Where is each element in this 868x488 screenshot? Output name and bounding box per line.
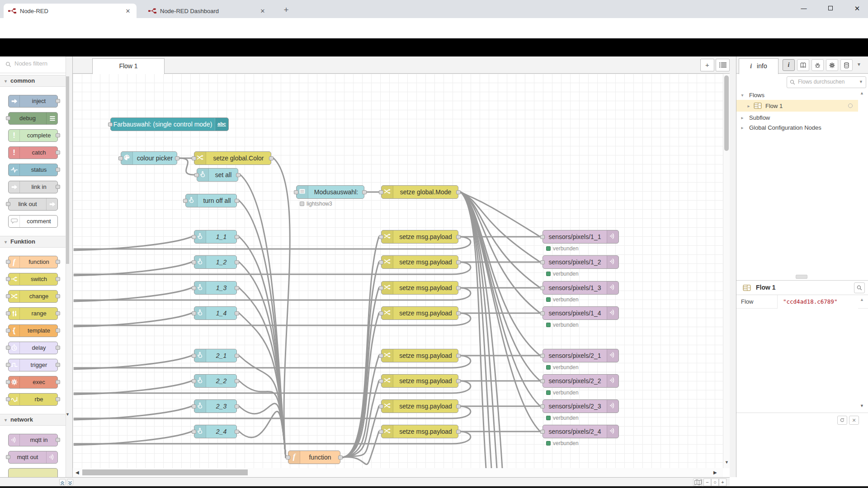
palette-node-catch[interactable]: !catch: [8, 146, 58, 159]
node-input-port[interactable]: [6, 328, 10, 333]
palette-node-change[interactable]: change: [8, 290, 58, 303]
node-output-port[interactable]: [56, 311, 60, 315]
detail-scroll-down-icon[interactable]: ▼: [860, 404, 864, 408]
palette-node-exec[interactable]: exec: [8, 376, 58, 389]
palette-node-mqtt out[interactable]: mqtt out: [8, 451, 58, 464]
node-output-port[interactable]: [56, 150, 60, 155]
zoom-in-button[interactable]: +: [719, 479, 726, 486]
wire[interactable]: [343, 288, 379, 457]
sidebar-divider[interactable]: [730, 56, 736, 477]
flow-node-btn-21[interactable]: 2_1: [194, 349, 237, 362]
node-input-port[interactable]: [379, 354, 383, 358]
node-output-port[interactable]: [235, 235, 239, 239]
node-output-port[interactable]: [56, 328, 60, 333]
flow-node-set-all[interactable]: set all: [197, 168, 238, 182]
node-input-port[interactable]: [192, 311, 196, 315]
flow-node-btn-11[interactable]: 1_1: [194, 230, 237, 244]
node-input-port[interactable]: [192, 156, 196, 160]
node-input-port[interactable]: [379, 404, 383, 408]
palette-node-link in[interactable]: link in: [8, 181, 58, 193]
node-output-port[interactable]: [235, 379, 239, 383]
flow-list-button[interactable]: [716, 59, 730, 71]
node-input-port[interactable]: [379, 235, 383, 239]
tree-item-global-config[interactable]: ▸ Global Configuration Nodes: [736, 122, 858, 132]
flow-node-mq-13[interactable]: sensors/pixels/1_3: [542, 281, 619, 295]
sidebar-config-button[interactable]: [826, 59, 838, 71]
flow-node-pay-21[interactable]: setze msg.payload: [381, 349, 458, 362]
window-close-button[interactable]: ✕: [847, 0, 868, 17]
flow-node-pay-12[interactable]: setze msg.payload: [381, 255, 458, 269]
palette-node-switch[interactable]: switch: [8, 273, 58, 286]
node-input-port[interactable]: [6, 397, 10, 401]
node-input-port[interactable]: [6, 260, 10, 264]
node-input-port[interactable]: [379, 190, 383, 194]
browser-tab-nodered[interactable]: Node-RED ✕: [4, 4, 137, 18]
palette-node-template[interactable]: {template: [8, 324, 58, 337]
node-output-port[interactable]: [56, 133, 60, 137]
node-input-port[interactable]: [192, 404, 196, 408]
node-output-port[interactable]: [456, 190, 461, 194]
tree-scroll-up-icon[interactable]: ▲: [860, 91, 864, 95]
node-output-port[interactable]: [56, 277, 60, 281]
palette-node-function[interactable]: ffunction: [8, 256, 58, 268]
node-input-port[interactable]: [6, 311, 10, 315]
flows-search-input[interactable]: [798, 79, 852, 85]
close-panel-button[interactable]: ✕: [849, 416, 859, 425]
flow-node-mq-21[interactable]: sensors/pixels/2_1: [542, 349, 619, 362]
sidebar-debug-button[interactable]: [811, 59, 824, 71]
palette-node-delay[interactable]: delay: [8, 342, 58, 354]
palette-node-debug[interactable]: debug: [8, 112, 58, 125]
chevron-right-icon[interactable]: ▸: [739, 125, 745, 130]
node-input-port[interactable]: [6, 294, 10, 298]
node-input-port[interactable]: [379, 260, 383, 264]
flow-node-pay-14[interactable]: setze msg.payload: [381, 306, 458, 320]
node-input-port[interactable]: [540, 311, 545, 315]
node-output-port[interactable]: [456, 286, 461, 290]
palette-category-network[interactable]: ▾network: [0, 414, 66, 426]
scroll-right-icon[interactable]: ▶: [713, 470, 717, 475]
node-output-port[interactable]: [56, 380, 60, 384]
palette-node-mqtt in[interactable]: mqtt in: [8, 434, 58, 446]
flow-node-modusauswahl[interactable]: Modusauswahl:: [296, 185, 364, 199]
sidebar-tab-info[interactable]: i info: [739, 58, 778, 74]
search-options-caret[interactable]: ▼: [859, 80, 863, 84]
node-output-port[interactable]: [362, 190, 367, 194]
new-tab-button[interactable]: +: [280, 5, 292, 16]
scroll-down-icon[interactable]: ▼: [725, 460, 729, 465]
node-input-port[interactable]: [294, 190, 298, 194]
flow-node-pay-24[interactable]: setze msg.payload: [381, 425, 458, 438]
node-input-port[interactable]: [379, 430, 383, 434]
flow-node-btn-23[interactable]: 2_3: [194, 399, 237, 413]
node-output-port[interactable]: [235, 199, 239, 203]
node-output-port[interactable]: [235, 311, 239, 315]
node-input-port[interactable]: [194, 173, 199, 177]
node-input-port[interactable]: [6, 277, 10, 281]
tree-item-flows[interactable]: ▾ Flows: [736, 90, 858, 100]
palette-category-common[interactable]: ▾common: [0, 75, 66, 87]
node-input-port[interactable]: [192, 235, 196, 239]
chevron-right-icon[interactable]: ▸: [739, 115, 745, 120]
palette-node-comment[interactable]: comment: [8, 215, 58, 228]
wire[interactable]: [343, 356, 379, 457]
node-input-port[interactable]: [118, 156, 123, 160]
zoom-reset-button[interactable]: ○: [711, 479, 719, 486]
node-input-port[interactable]: [6, 455, 10, 459]
flow-canvas[interactable]: Farbauswahl: (single control mode)abccol…: [73, 74, 723, 468]
wire[interactable]: [241, 175, 286, 457]
node-output-port[interactable]: [56, 363, 60, 367]
flow-node-turn-off-all[interactable]: turn off all: [185, 194, 237, 207]
node-input-port[interactable]: [540, 404, 545, 408]
palette-category-Funktion[interactable]: ▾Funktion: [0, 236, 66, 248]
add-flow-button[interactable]: +: [700, 59, 714, 71]
node-output-port[interactable]: [56, 397, 60, 401]
palette-node-rbe[interactable]: rbe: [8, 393, 58, 406]
flow-node-pay-23[interactable]: setze msg.payload: [381, 399, 458, 413]
palette-divider[interactable]: [69, 56, 73, 477]
node-output-port[interactable]: [269, 156, 274, 160]
window-minimize-button[interactable]: —: [793, 0, 814, 17]
node-input-port[interactable]: [6, 202, 10, 206]
flow-node-colour-picker[interactable]: colour picker: [121, 151, 177, 165]
node-input-port[interactable]: [6, 116, 10, 120]
node-input-port[interactable]: [540, 354, 545, 358]
node-output-port[interactable]: [456, 404, 461, 408]
